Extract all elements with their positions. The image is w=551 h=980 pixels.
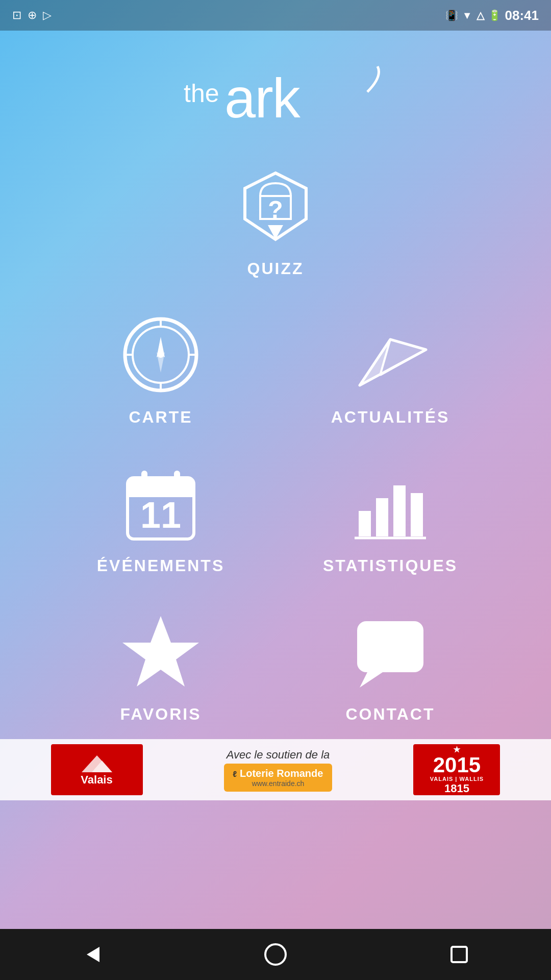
paper-plane-icon <box>349 314 431 396</box>
svg-rect-21 <box>174 471 180 485</box>
evenements-icon-wrap: 11 <box>120 462 202 544</box>
contact-label: CONTACT <box>345 705 435 724</box>
menu-item-carte[interactable]: CARTE <box>46 293 276 442</box>
sponsor-text: Avec le soutien de la <box>227 748 330 762</box>
contact-icon-wrap <box>349 611 431 693</box>
logo-svg: the ark <box>168 51 383 143</box>
svg-rect-26 <box>411 493 423 536</box>
svg-text:ark: ark <box>224 66 301 129</box>
sponsors-footer: Valais Avec le soutien de la ℓ Loterie R… <box>0 739 551 800</box>
status-icons-left: ⊡ ⊕ ▷ <box>12 9 52 22</box>
sponsor-year: 2015 <box>433 754 481 776</box>
svg-marker-30 <box>360 672 383 688</box>
home-button[interactable] <box>255 934 296 975</box>
actualites-icon-wrap <box>349 314 431 396</box>
media-icon: ▷ <box>43 9 52 22</box>
sponsor-1815-num: 1815 <box>444 782 469 795</box>
actualites-label: ACTUALITÉS <box>331 408 450 427</box>
svg-rect-35 <box>452 947 467 962</box>
battery-icon: 🔋 <box>488 9 501 21</box>
chat-icon <box>349 611 431 693</box>
svg-marker-33 <box>87 947 99 962</box>
svg-point-11 <box>158 352 164 358</box>
bottom-nav-bar <box>0 929 551 980</box>
sponsor-valais: Valais <box>51 744 143 795</box>
statistiques-icon-wrap <box>349 462 431 544</box>
sponsor-wallis: VALAIS | WALLIS <box>430 776 484 782</box>
svg-rect-25 <box>393 485 406 536</box>
favoris-icon-wrap <box>120 611 202 693</box>
recent-button[interactable] <box>439 934 480 975</box>
quizz-icon-wrap: ? <box>235 165 316 247</box>
quizz-label[interactable]: QUIZZ <box>247 259 304 278</box>
menu-grid: CARTE ACTUALITÉS <box>46 293 505 739</box>
status-right: 📳 ▼ △ 🔋 08:41 <box>445 8 539 23</box>
loterie-label: ℓ Loterie Romande <box>233 768 323 779</box>
evenements-label: ÉVÉNEMENTS <box>97 556 224 575</box>
sponsor-1815: ★ 2015 VALAIS | WALLIS 1815 <box>413 744 500 795</box>
back-button[interactable] <box>71 934 112 975</box>
carte-label: CARTE <box>129 408 192 427</box>
favoris-label: FAVORIS <box>120 705 201 724</box>
statistiques-label: STATISTIQUES <box>323 556 458 575</box>
menu-item-statistiques[interactable]: STATISTIQUES <box>276 442 505 591</box>
svg-text:?: ? <box>268 196 283 223</box>
svg-rect-20 <box>141 471 147 485</box>
logo-area: the ark <box>168 51 383 145</box>
menu-item-contact[interactable]: CONTACT <box>276 591 505 739</box>
sponsor-url: www.entraide.ch <box>233 779 323 788</box>
vibrate-icon: 📳 <box>445 9 458 21</box>
calendar-icon: 11 <box>120 462 202 544</box>
menu-item-actualites[interactable]: ACTUALITÉS <box>276 293 505 442</box>
svg-text:11: 11 <box>140 495 181 535</box>
svg-rect-24 <box>376 498 388 536</box>
clock: 08:41 <box>505 8 539 23</box>
android-icon: ⊕ <box>28 9 37 22</box>
svg-marker-28 <box>122 616 199 687</box>
svg-point-34 <box>265 944 286 965</box>
menu-item-evenements[interactable]: 11 ÉVÉNEMENTS <box>46 442 276 591</box>
main-content: the ark ? QUIZZ <box>0 31 551 929</box>
star-icon <box>120 611 202 693</box>
valais-text: Valais <box>81 773 112 787</box>
screen-icon: ⊡ <box>12 9 21 22</box>
signal-icon: △ <box>477 9 484 21</box>
svg-rect-23 <box>359 511 371 536</box>
wifi-icon: ▼ <box>462 10 472 21</box>
menu-item-favoris[interactable]: FAVORIS <box>46 591 276 739</box>
sponsor-middle: Avec le soutien de la ℓ Loterie Romande … <box>224 748 333 792</box>
quizz-section[interactable]: ? QUIZZ <box>235 165 316 278</box>
chart-icon <box>349 462 431 544</box>
carte-icon-wrap <box>120 314 202 396</box>
svg-text:the: the <box>184 79 219 108</box>
status-bar: ⊡ ⊕ ▷ 📳 ▼ △ 🔋 08:41 <box>0 0 551 31</box>
quizz-icon: ? <box>235 168 316 244</box>
compass-icon <box>120 314 202 396</box>
svg-rect-29 <box>357 621 423 672</box>
